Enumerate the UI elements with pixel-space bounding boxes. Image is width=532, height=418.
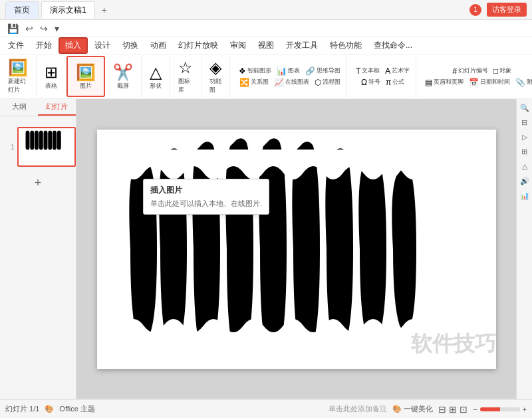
quick-access-redo[interactable]: ↪ — [38, 22, 50, 35]
slide-content-svg — [97, 130, 496, 369]
formula-button[interactable]: π 公式 — [384, 77, 406, 88]
table-label: 表格 — [45, 82, 57, 90]
group-screenshot: ✂️ 截屏 — [105, 56, 142, 97]
zoom-in-button[interactable]: + — [523, 405, 527, 413]
online-chart-label: 在线图表 — [285, 78, 309, 86]
group-new-slide: 🖼️ 新建幻灯片 — [0, 56, 37, 97]
arttext-button[interactable]: A 艺术字 — [383, 66, 412, 76]
screenshot-icon: ✂️ — [113, 63, 133, 82]
attachment-button[interactable]: 📎 附件 — [513, 77, 532, 88]
datetime-icon: 📅 — [469, 78, 479, 87]
insert-image-tooltip: 插入图片 单击此处可以插入本地、在线图片. — [143, 179, 269, 215]
function-icon: ◈ — [209, 58, 221, 77]
slide-thumb-preview — [19, 128, 76, 167]
function-label: 功能图 — [209, 77, 221, 94]
flowchart-button[interactable]: ⬡ 流程图 — [313, 77, 342, 88]
arttext-icon: A — [385, 66, 390, 76]
shape-button[interactable]: △ 形状 — [146, 57, 166, 96]
quick-access-undo[interactable]: ↩ — [23, 22, 35, 35]
slide-info: 幻灯片 1/1 — [5, 404, 39, 414]
add-slide-button[interactable]: + — [0, 175, 76, 191]
object-button[interactable]: □ 对象 — [491, 66, 513, 76]
sidebar-tabs: 大纲 幻灯片 — [0, 99, 76, 116]
right-btn-chart[interactable]: 📊 — [519, 189, 531, 201]
shape-label: 形状 — [150, 82, 162, 90]
smart-shape-button[interactable]: ❖ 智能图形 — [237, 66, 273, 76]
slide-num-icon: # — [452, 66, 457, 76]
login-button[interactable]: 访客登录 — [487, 3, 527, 17]
textbox-button[interactable]: T 文本框 — [354, 66, 382, 76]
menu-search[interactable]: 查找命令... — [368, 39, 418, 52]
quick-access-save[interactable]: 💾 — [5, 22, 21, 35]
library-button[interactable]: ☆ 图标库 — [174, 57, 197, 96]
new-slide-button[interactable]: 🖼️ 新建幻灯片 — [4, 57, 32, 96]
textbox-label: 文本框 — [362, 66, 380, 75]
menu-design[interactable]: 设计 — [89, 39, 116, 52]
online-chart-button[interactable]: 📈 在线图表 — [272, 77, 311, 88]
zoom-fill — [480, 407, 500, 411]
menu-insert[interactable]: 插入 — [59, 37, 88, 54]
relation-label: 关系图 — [251, 78, 269, 86]
menu-review[interactable]: 审阅 — [225, 39, 251, 52]
slide-num-button[interactable]: # 幻灯片编号 — [450, 66, 490, 76]
notification-badge[interactable]: 1 — [469, 4, 481, 16]
menu-file[interactable]: 文件 — [3, 39, 29, 52]
group-text: T 文本框 A 艺术字 Ω 符号 π 公式 — [350, 56, 416, 97]
header-footer-button[interactable]: ▤ 页眉和页脚 — [423, 77, 466, 88]
symbol-label: 符号 — [368, 78, 380, 86]
view-grid[interactable]: ⊞ — [449, 404, 457, 415]
view-fullscreen[interactable]: ⊡ — [460, 404, 467, 415]
group-table: ⊞ 表格 — [37, 56, 66, 97]
relation-button[interactable]: 🔀 关系图 — [237, 77, 271, 88]
tab-doc[interactable]: 演示文稿1 — [41, 1, 95, 19]
attachment-icon: 📎 — [515, 78, 525, 87]
tab-outline[interactable]: 大纲 — [0, 99, 38, 116]
right-btn-layout[interactable]: ⊟ — [519, 116, 531, 128]
tab-slides[interactable]: 幻灯片 — [38, 99, 76, 116]
right-btn-animate[interactable]: ▷ — [519, 131, 531, 143]
datetime-button[interactable]: 📅 日期和时间 — [467, 77, 512, 88]
zoom-out-button[interactable]: − — [473, 405, 477, 413]
slide-thumbnail-1[interactable] — [17, 127, 76, 167]
formula-label: 公式 — [392, 78, 404, 86]
menu-devtools[interactable]: 开发工具 — [281, 39, 323, 52]
image-button[interactable]: 🖼️ 图片 — [72, 58, 100, 94]
formula-icon: π — [386, 78, 391, 87]
arttext-label: 艺术字 — [392, 66, 410, 75]
title-bar: 首页 演示文稿1 + 1 访客登录 — [0, 0, 532, 20]
right-btn-shapes[interactable]: △ — [519, 160, 531, 172]
menu-view[interactable]: 视图 — [253, 39, 279, 52]
table-icon: ⊞ — [45, 63, 58, 82]
slide-canvas[interactable] — [97, 130, 496, 369]
right-btn-sound[interactable]: 🔊 — [519, 175, 531, 187]
zoom-control: − + — [473, 405, 527, 413]
right-btn-grid[interactable]: ⊞ — [519, 146, 531, 157]
screenshot-label: 截屏 — [117, 82, 129, 90]
beautify-label: 一键美化 — [404, 404, 433, 414]
smart-shape-icon: ❖ — [239, 66, 246, 76]
tab-home[interactable]: 首页 — [5, 1, 39, 19]
menu-slideshow[interactable]: 幻灯片放映 — [173, 39, 223, 52]
quick-access-more[interactable]: ▾ — [53, 22, 61, 35]
view-normal[interactable]: ⊟ — [438, 404, 446, 415]
symbol-button[interactable]: Ω 符号 — [359, 77, 382, 88]
smart-shape-label: 智能图形 — [247, 66, 271, 75]
canvas-area: 软件技巧 插入图片 单击此处可以插入本地、在线图片. — [76, 99, 516, 399]
ribbon-toolbar: 🖼️ 新建幻灯片 ⊞ 表格 🖼️ 图片 ✂️ 截屏 — [0, 54, 532, 98]
function-button[interactable]: ◈ 功能图 — [205, 57, 225, 96]
ribbon-menu: 文件 开始 插入 设计 切换 动画 幻灯片放映 审阅 视图 开发工具 特色功能 … — [0, 37, 532, 54]
mindmap-icon: 🔗 — [305, 66, 315, 76]
chart-button[interactable]: 📊 图表 — [275, 66, 302, 76]
zoom-bar[interactable] — [480, 407, 520, 411]
table-button[interactable]: ⊞ 表格 — [41, 57, 62, 96]
one-key-beautify[interactable]: 🎨 一键美化 — [392, 404, 433, 414]
screenshot-button[interactable]: ✂️ 截屏 — [109, 57, 137, 96]
symbol-icon: Ω — [361, 78, 367, 87]
menu-switch[interactable]: 切换 — [117, 39, 144, 52]
add-tab-button[interactable]: + — [98, 3, 111, 17]
menu-animation[interactable]: 动画 — [145, 39, 172, 52]
menu-start[interactable]: 开始 — [31, 39, 57, 52]
menu-special[interactable]: 特色功能 — [325, 39, 367, 52]
right-btn-search[interactable]: 🔍 — [519, 102, 531, 114]
mindmap-button[interactable]: 🔗 思维导图 — [303, 66, 342, 76]
